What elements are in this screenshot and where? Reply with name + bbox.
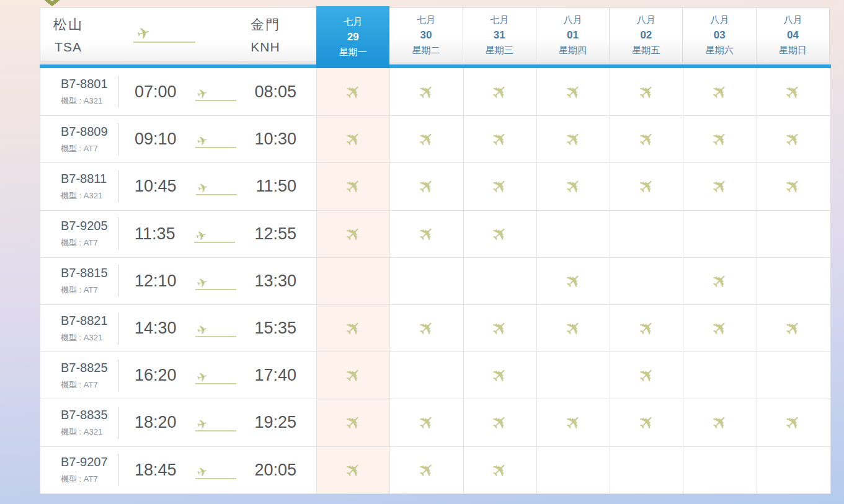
- flight-available-cell[interactable]: ✈: [536, 116, 610, 162]
- date-day-number: 04: [787, 29, 799, 42]
- airplane-available-icon: ✈: [634, 174, 659, 199]
- flight-unavailable-cell: [757, 211, 830, 257]
- airplane-available-icon: ✈: [781, 174, 806, 199]
- flight-available-cell[interactable]: ✈: [610, 399, 683, 446]
- diamond-marker-icon: [45, 0, 60, 6]
- flight-available-cell[interactable]: ✈: [683, 305, 756, 351]
- arrival-time: 10:30: [254, 130, 296, 149]
- flight-available-cell[interactable]: ✈: [316, 163, 389, 210]
- flight-available-cell[interactable]: ✈: [389, 163, 463, 210]
- flight-available-cell[interactable]: ✈: [683, 163, 756, 210]
- date-tab-1[interactable]: 七月 30 星期二: [389, 7, 463, 62]
- departure-time: 16:20: [135, 366, 177, 385]
- arrival-time: 20:05: [254, 461, 296, 480]
- flight-available-cell[interactable]: ✈: [316, 68, 389, 115]
- airplane-glyph-icon: ✈: [196, 181, 209, 196]
- flight-info-cell: B7-8825 機型 : AT7: [40, 352, 118, 399]
- flight-available-cell[interactable]: ✈: [757, 68, 830, 115]
- flight-available-cell[interactable]: ✈: [316, 447, 389, 493]
- flight-available-cell[interactable]: ✈: [536, 163, 610, 210]
- flight-available-cell[interactable]: ✈: [757, 116, 830, 162]
- date-month-label: 八月: [783, 14, 802, 26]
- flight-unavailable-cell: [610, 258, 683, 304]
- flight-available-cell[interactable]: ✈: [610, 305, 683, 351]
- airplane-available-icon: ✈: [487, 410, 512, 435]
- flight-available-cell[interactable]: ✈: [463, 68, 536, 115]
- flight-available-cell[interactable]: ✈: [389, 399, 463, 446]
- flight-available-cell[interactable]: ✈: [316, 116, 389, 162]
- date-tab-3[interactable]: 八月 01 星期四: [536, 7, 610, 62]
- date-weekday-label: 星期四: [559, 45, 587, 56]
- aircraft-type-label: 機型 : A321: [61, 332, 118, 343]
- flight-available-cell[interactable]: ✈: [389, 447, 463, 493]
- flight-available-cell[interactable]: ✈: [536, 305, 610, 351]
- flight-row: B7-8801 機型 : A321 07:00 ✈ 08:05 ✈✈✈✈✈✈✈: [40, 68, 831, 115]
- takeoff-icon: ✈: [196, 182, 237, 195]
- arrival-time: 19:25: [254, 413, 296, 432]
- date-month-label: 八月: [564, 14, 582, 26]
- flight-available-cell[interactable]: ✈: [536, 399, 610, 446]
- flight-available-cell[interactable]: ✈: [463, 305, 536, 351]
- flight-available-cell[interactable]: ✈: [316, 399, 389, 446]
- date-day-number: 03: [714, 29, 726, 42]
- flight-available-cell[interactable]: ✈: [389, 116, 463, 162]
- flight-available-cell[interactable]: ✈: [683, 399, 756, 446]
- flight-available-cell[interactable]: ✈: [683, 258, 756, 304]
- flight-available-cell[interactable]: ✈: [610, 352, 683, 399]
- runway-line: [195, 336, 236, 337]
- date-day-number: 02: [640, 29, 652, 42]
- airplane-available-icon: ✈: [708, 79, 732, 104]
- takeoff-icon: ✈: [195, 418, 236, 431]
- flight-available-cell[interactable]: ✈: [610, 116, 683, 162]
- flight-available-cell[interactable]: ✈: [463, 116, 536, 162]
- airplane-available-icon: ✈: [708, 268, 732, 293]
- date-day-number: 01: [567, 29, 579, 42]
- date-tab-5[interactable]: 八月 03 星期六: [683, 7, 756, 62]
- flight-available-cell[interactable]: ✈: [316, 211, 389, 257]
- takeoff-icon: ✈: [195, 88, 236, 101]
- flight-number: B7-8821: [61, 314, 118, 328]
- flight-info-cell: B7-8815 機型 : AT7: [40, 258, 118, 304]
- airplane-available-icon: ✈: [487, 363, 512, 388]
- arrival-time: 13:30: [254, 272, 296, 291]
- flight-unavailable-cell: [683, 447, 756, 493]
- aircraft-type-label: 機型 : A321: [61, 427, 118, 438]
- departure-time: 14:30: [135, 319, 177, 338]
- date-tab-6[interactable]: 八月 04 星期日: [757, 7, 830, 62]
- flight-unavailable-cell: [610, 447, 683, 493]
- flight-available-cell[interactable]: ✈: [610, 68, 683, 115]
- airplane-available-icon: ✈: [561, 410, 585, 435]
- flight-info-cell: B7-8809 機型 : AT7: [40, 116, 118, 162]
- flight-number: B7-8815: [61, 266, 118, 280]
- flight-available-cell[interactable]: ✈: [610, 163, 683, 210]
- date-tab-4[interactable]: 八月 02 星期五: [610, 7, 683, 62]
- flight-available-cell[interactable]: ✈: [389, 211, 463, 257]
- flight-unavailable-cell: [316, 258, 389, 304]
- runway-line: [195, 383, 236, 384]
- flight-times-cell: 11:35 ✈ 12:55: [118, 211, 316, 257]
- flight-available-cell[interactable]: ✈: [757, 399, 830, 446]
- flight-available-cell[interactable]: ✈: [463, 399, 536, 446]
- flight-unavailable-cell: [463, 258, 536, 304]
- flight-unavailable-cell: [389, 352, 463, 399]
- flight-available-cell[interactable]: ✈: [316, 305, 389, 351]
- flight-available-cell[interactable]: ✈: [536, 68, 610, 115]
- airplane-available-icon: ✈: [414, 79, 439, 104]
- flight-available-cell[interactable]: ✈: [757, 163, 830, 210]
- flight-available-cell[interactable]: ✈: [463, 211, 536, 257]
- flight-available-cell[interactable]: ✈: [389, 305, 463, 351]
- flight-times-cell: 18:45 ✈ 20:05: [118, 447, 316, 493]
- date-tab-0-selected[interactable]: 七月 29 星期一: [316, 6, 389, 68]
- flight-available-cell[interactable]: ✈: [389, 68, 463, 115]
- flight-available-cell[interactable]: ✈: [683, 116, 756, 162]
- date-weekday-label: 星期六: [706, 45, 734, 56]
- flight-available-cell[interactable]: ✈: [536, 258, 610, 304]
- flight-available-cell[interactable]: ✈: [683, 68, 756, 115]
- flight-available-cell[interactable]: ✈: [463, 163, 536, 210]
- flight-info-cell: B7-8811 機型 : A321: [40, 163, 118, 210]
- flight-available-cell[interactable]: ✈: [463, 352, 536, 399]
- date-tab-2[interactable]: 七月 31 星期三: [463, 7, 536, 62]
- flight-available-cell[interactable]: ✈: [463, 447, 536, 493]
- flight-available-cell[interactable]: ✈: [316, 352, 389, 399]
- flight-available-cell[interactable]: ✈: [757, 305, 830, 351]
